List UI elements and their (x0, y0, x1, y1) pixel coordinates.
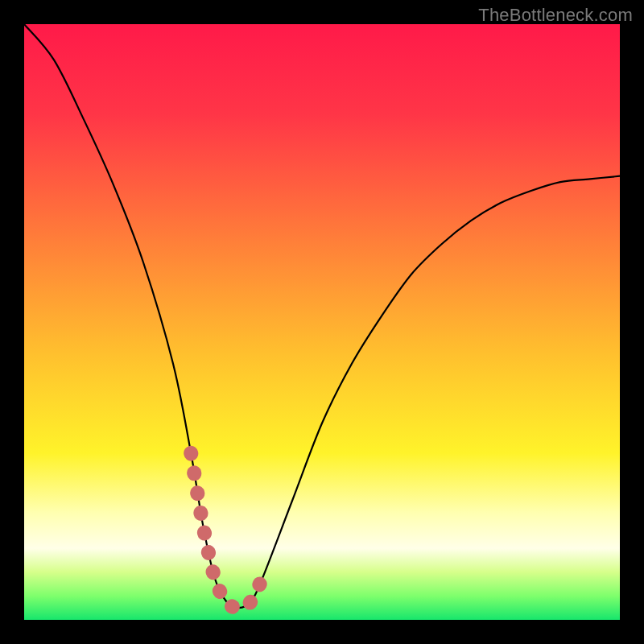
chart-frame: TheBottleneck.com (0, 0, 644, 644)
curve-path (24, 24, 620, 608)
highlight-segment (191, 453, 262, 608)
plot-area (24, 24, 620, 620)
watermark-text: TheBottleneck.com (478, 5, 633, 26)
bottleneck-curve (24, 24, 620, 620)
